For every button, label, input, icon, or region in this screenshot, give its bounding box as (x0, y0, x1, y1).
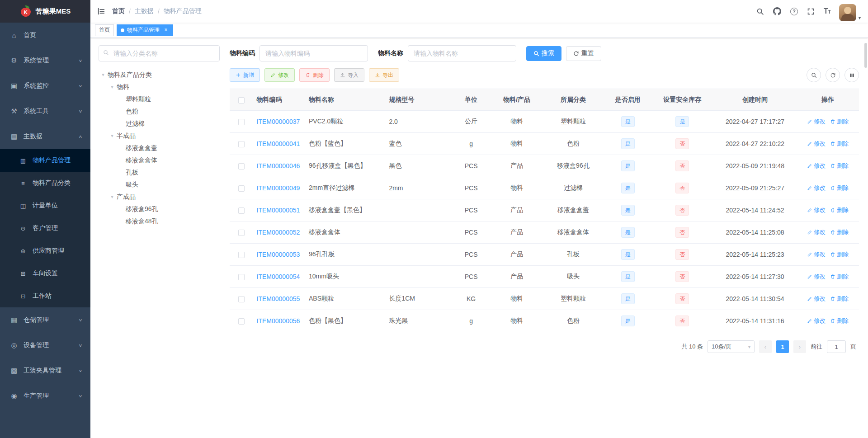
material-code-link[interactable]: ITEM00000041 (257, 140, 300, 147)
sidebar-item-fixture-manage[interactable]: ▩工装夹具管理∨ (0, 358, 90, 383)
tree-node[interactable]: ▾物料及产品分类 (99, 69, 220, 81)
row-checkbox[interactable] (238, 163, 245, 170)
user-menu[interactable]: ▾ (839, 1, 861, 21)
tree-node[interactable]: 吸头 (99, 179, 220, 191)
sidebar-item-home[interactable]: ⌂首页 (0, 23, 90, 48)
row-delete-button[interactable]: 删除 (830, 228, 849, 236)
columns-toggle-button[interactable] (844, 68, 859, 82)
font-size-button[interactable]: TT (819, 0, 835, 23)
sidebar-item-warehouse-manage[interactable]: ▦仓储管理∨ (0, 307, 90, 333)
sidebar-item-material-product-manage[interactable]: ▥物料产品管理 (0, 149, 90, 172)
row-edit-button[interactable]: 修改 (807, 317, 826, 325)
sidebar-item-system-tools[interactable]: ⚒系统工具∨ (0, 99, 90, 124)
sidebar-item-system-monitor[interactable]: ▣系统监控∨ (0, 73, 90, 99)
row-delete-button[interactable]: 删除 (830, 206, 849, 214)
row-edit-button[interactable]: 修改 (807, 206, 826, 214)
row-edit-button[interactable]: 修改 (807, 273, 826, 281)
material-code-link[interactable]: ITEM00000046 (257, 162, 300, 170)
material-code-link[interactable]: ITEM00000049 (257, 184, 300, 192)
page-1-button[interactable]: 1 (776, 340, 789, 353)
export-button[interactable]: 导出 (369, 68, 399, 82)
row-delete-button[interactable]: 删除 (830, 295, 849, 303)
page-scrollbar[interactable] (864, 43, 867, 68)
sidebar-item-master-data[interactable]: ▤主数据∧ (0, 124, 90, 149)
sidebar-item-workstation[interactable]: ⊡工作站 (0, 285, 90, 307)
reset-button[interactable]: 重置 (566, 46, 601, 61)
tree-node[interactable]: 移液盒48孔 (99, 215, 220, 227)
tree-node[interactable]: ▾产成品 (99, 191, 220, 203)
row-checkbox[interactable] (238, 207, 245, 214)
row-delete-button[interactable]: 删除 (830, 273, 849, 281)
row-checkbox[interactable] (238, 252, 245, 258)
close-icon[interactable]: × (163, 27, 169, 33)
row-delete-button[interactable]: 删除 (830, 118, 849, 126)
sidebar-item-equipment-manage[interactable]: ◎设备管理∨ (0, 333, 90, 358)
tree-node[interactable]: ▾半成品 (99, 130, 220, 142)
row-checkbox[interactable] (238, 119, 245, 125)
row-edit-button[interactable]: 修改 (807, 118, 826, 126)
sidebar-toggle-button[interactable] (90, 0, 112, 23)
row-checkbox[interactable] (238, 230, 245, 236)
row-edit-button[interactable]: 修改 (807, 184, 826, 192)
fullscreen-button[interactable] (802, 0, 819, 23)
row-delete-button[interactable]: 删除 (830, 184, 849, 192)
row-delete-button[interactable]: 删除 (830, 162, 849, 170)
add-button[interactable]: 新增 (230, 68, 260, 82)
sidebar-item-production-manage[interactable]: ◉生产管理∨ (0, 383, 90, 409)
toggle-search-button[interactable] (807, 68, 821, 82)
tab-home[interactable]: 首页 (95, 24, 114, 36)
material-code-link[interactable]: ITEM00000054 (257, 273, 300, 280)
row-checkbox[interactable] (238, 296, 245, 302)
github-link[interactable] (769, 0, 786, 23)
material-code-link[interactable]: ITEM00000052 (257, 229, 300, 236)
next-page-button[interactable]: › (793, 340, 806, 353)
sidebar-item-supplier-manage[interactable]: ⊕供应商管理 (0, 240, 90, 262)
refresh-button[interactable] (826, 68, 840, 82)
tree-node[interactable]: 移液盒盒盖 (99, 142, 220, 154)
material-code-input[interactable] (259, 45, 368, 61)
material-code-link[interactable]: ITEM00000055 (257, 295, 300, 302)
tab-material-product-manage[interactable]: 物料产品管理× (117, 24, 173, 36)
tree-node[interactable]: 色粉 (99, 105, 220, 118)
row-checkbox[interactable] (238, 141, 245, 147)
row-edit-button[interactable]: 修改 (807, 140, 826, 148)
page-size-select[interactable]: 10条/页 ▾ (708, 340, 755, 353)
tree-node[interactable]: ▾物料 (99, 81, 220, 93)
tree-node[interactable]: 过滤棉 (99, 118, 220, 130)
sidebar-item-customer-manage[interactable]: ⊙客户管理 (0, 217, 90, 240)
row-edit-button[interactable]: 修改 (807, 295, 826, 303)
material-name-input[interactable] (408, 45, 516, 61)
tree-node[interactable]: 移液盒96孔 (99, 203, 220, 215)
goto-page-input[interactable] (827, 340, 846, 353)
material-code-link[interactable]: ITEM00000051 (257, 207, 300, 214)
row-delete-button[interactable]: 删除 (830, 317, 849, 325)
delete-button[interactable]: 删除 (299, 68, 330, 82)
category-search-input[interactable] (99, 45, 220, 61)
row-delete-button[interactable]: 删除 (830, 250, 849, 259)
import-button[interactable]: 导入 (334, 68, 364, 82)
sidebar-item-system-admin[interactable]: ⚙系统管理∨ (0, 48, 90, 73)
sidebar-item-material-product-category[interactable]: ≡物料产品分类 (0, 172, 90, 194)
prev-page-button[interactable]: ‹ (759, 340, 772, 353)
tree-node[interactable]: 塑料颗粒 (99, 93, 220, 105)
edit-button[interactable]: 修改 (264, 68, 295, 82)
row-checkbox[interactable] (238, 274, 245, 280)
header-search-button[interactable] (752, 0, 769, 23)
help-button[interactable]: ? (786, 0, 802, 23)
material-code-link[interactable]: ITEM00000037 (257, 118, 300, 125)
breadcrumb-item[interactable]: 首页 (112, 7, 125, 15)
sidebar-item-measure-unit[interactable]: ◫计量单位 (0, 194, 90, 217)
sidebar-item-workshop-settings[interactable]: ⊞车间设置 (0, 262, 90, 285)
app-logo[interactable]: K 苦糖果MES (0, 0, 90, 23)
tree-node[interactable]: 移液盒盒体 (99, 154, 220, 166)
row-checkbox[interactable] (238, 318, 245, 325)
row-checkbox[interactable] (238, 185, 245, 192)
row-edit-button[interactable]: 修改 (807, 228, 826, 236)
tree-node[interactable]: 孔板 (99, 166, 220, 179)
material-code-link[interactable]: ITEM00000056 (257, 317, 300, 325)
row-edit-button[interactable]: 修改 (807, 250, 826, 259)
row-edit-button[interactable]: 修改 (807, 162, 826, 170)
search-button[interactable]: 搜索 (526, 46, 561, 61)
row-delete-button[interactable]: 删除 (830, 140, 849, 148)
select-all-checkbox[interactable] (238, 97, 245, 104)
